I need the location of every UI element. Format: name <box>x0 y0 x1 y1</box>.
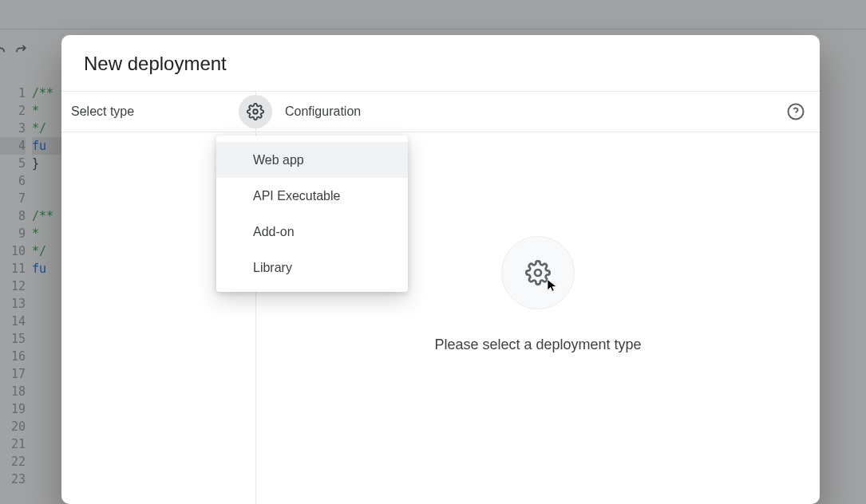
select-type-label: Select type <box>71 104 134 119</box>
svg-point-3 <box>535 270 541 276</box>
dialog-subheader: Select type Configuration <box>61 91 820 132</box>
configuration-label: Configuration <box>285 104 361 119</box>
menu-item-label: Web app <box>253 153 304 167</box>
select-type-gear-button[interactable] <box>239 95 272 128</box>
gear-icon <box>247 103 264 120</box>
configuration-header: Configuration <box>256 92 820 132</box>
svg-point-2 <box>795 115 796 116</box>
help-icon <box>786 102 805 121</box>
new-deployment-dialog: New deployment Select type Configuration <box>61 35 820 504</box>
menu-item-label: Library <box>253 261 292 275</box>
svg-point-0 <box>253 109 258 114</box>
menu-item-add-on[interactable]: Add-on <box>216 214 408 250</box>
empty-state-illustration <box>501 236 575 309</box>
dialog-title: New deployment <box>61 35 820 91</box>
select-type-header: Select type <box>61 92 256 132</box>
menu-item-web-app[interactable]: Web app <box>216 142 408 178</box>
help-button[interactable] <box>785 100 807 123</box>
cursor-icon <box>545 278 560 293</box>
menu-item-api-executable[interactable]: API Executable <box>216 178 408 214</box>
dialog-body: Please select a deployment type <box>61 132 820 504</box>
menu-item-label: API Executable <box>253 189 340 203</box>
deployment-type-menu: Web appAPI ExecutableAdd-onLibrary <box>216 136 408 292</box>
menu-item-label: Add-on <box>253 225 295 239</box>
menu-item-library[interactable]: Library <box>216 250 408 285</box>
empty-state-text: Please select a deployment type <box>434 337 641 353</box>
